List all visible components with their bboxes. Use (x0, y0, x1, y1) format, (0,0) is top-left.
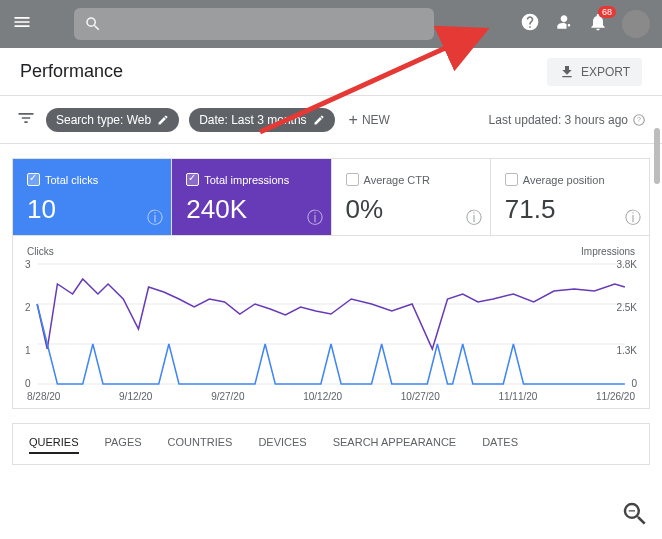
checkbox-icon (505, 173, 518, 186)
help-icon[interactable]: ⓘ (466, 208, 482, 229)
search-icon (84, 15, 102, 33)
help-icon[interactable]: ? (632, 113, 646, 127)
help-icon[interactable]: ⓘ (625, 208, 641, 229)
export-button[interactable]: EXPORT (547, 58, 642, 86)
users-settings-icon[interactable] (554, 12, 574, 36)
edit-icon (313, 114, 325, 126)
filter-icon[interactable] (16, 108, 36, 132)
last-updated-text: Last updated: 3 hours ago ? (489, 113, 646, 127)
performance-chart: Clicks Impressions 3 2 1 0 3.8K 2.5K 1.3… (12, 236, 650, 409)
tab-dates[interactable]: DATES (482, 436, 518, 454)
dimension-tabs: QUERIES PAGES COUNTRIES DEVICES SEARCH A… (12, 423, 650, 465)
edit-icon (157, 114, 169, 126)
download-icon (559, 64, 575, 80)
page-title: Performance (20, 61, 123, 82)
filter-chip-search-type[interactable]: Search type: Web (46, 108, 179, 132)
tab-search-appearance[interactable]: SEARCH APPEARANCE (333, 436, 456, 454)
metric-clicks[interactable]: Total clicks 10 ⓘ (13, 159, 172, 235)
help-icon[interactable] (520, 12, 540, 36)
metric-impressions[interactable]: Total impressions 240K ⓘ (172, 159, 331, 235)
menu-icon[interactable] (12, 12, 32, 36)
search-input[interactable] (74, 8, 434, 40)
filter-chip-date[interactable]: Date: Last 3 months (189, 108, 334, 132)
help-icon[interactable]: ⓘ (147, 208, 163, 229)
avatar[interactable] (622, 10, 650, 38)
help-icon[interactable]: ⓘ (307, 208, 323, 229)
checkbox-icon (186, 173, 199, 186)
metric-position[interactable]: Average position 71.5 ⓘ (491, 159, 649, 235)
tab-queries[interactable]: QUERIES (29, 436, 79, 454)
metric-ctr[interactable]: Average CTR 0% ⓘ (332, 159, 491, 235)
svg-text:?: ? (637, 116, 641, 123)
checkbox-icon (346, 173, 359, 186)
metrics-row: Total clicks 10 ⓘ Total impressions 240K… (12, 158, 650, 236)
tab-countries[interactable]: COUNTRIES (168, 436, 233, 454)
scrollbar[interactable] (654, 128, 660, 184)
tab-devices[interactable]: DEVICES (258, 436, 306, 454)
checkbox-icon (27, 173, 40, 186)
tab-pages[interactable]: PAGES (105, 436, 142, 454)
add-filter-button[interactable]: +NEW (349, 111, 390, 129)
zoom-out-icon[interactable] (620, 499, 650, 533)
notification-badge: 68 (598, 6, 616, 18)
notifications-icon[interactable]: 68 (588, 12, 608, 36)
